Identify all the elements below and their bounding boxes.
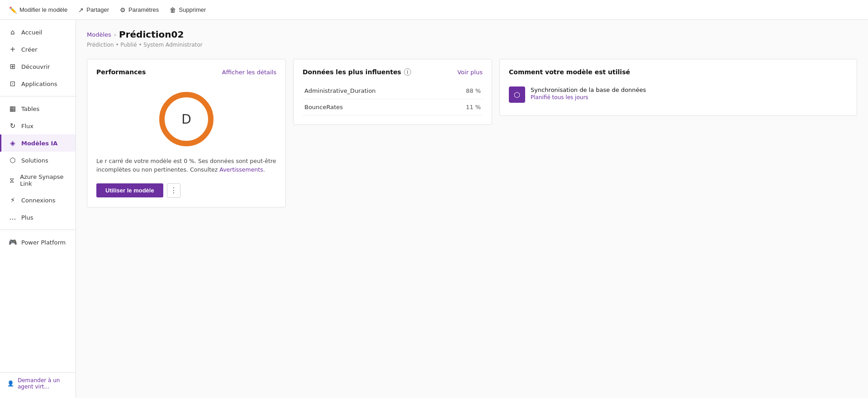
ai-models-icon: ◈: [9, 139, 17, 147]
sidebar-item-connexions[interactable]: ⚡ Connexions: [0, 192, 76, 209]
cards-row: Performances Afficher les détails D Le r…: [87, 59, 857, 207]
usage-item-icon-box: ⬡: [509, 86, 525, 103]
top-toolbar: ✏️ Modifier le modèle ↗ Partager ⚙ Param…: [0, 0, 868, 20]
donut-container: D: [96, 83, 276, 157]
solutions-icon: ⬡: [9, 156, 17, 164]
settings-icon: ⚙: [120, 6, 126, 14]
home-icon: ⌂: [9, 28, 17, 36]
apps-icon: ⊡: [9, 80, 17, 88]
performances-title: Performances: [96, 68, 146, 76]
influential-card-header: Données les plus influentes i Voir plus: [303, 68, 483, 76]
modifier-button[interactable]: ✏️ Modifier le modèle: [9, 6, 67, 14]
agent-icon: 👤: [7, 380, 14, 387]
usage-items-container: ⬡ Synchronisation de la base de données …: [509, 83, 848, 106]
content-area: Modèles › Prédiction02 Prédiction • Publ…: [76, 20, 868, 398]
influential-row: BounceRates11 %: [303, 99, 483, 115]
breadcrumb: Modèles › Prédiction02: [87, 29, 857, 40]
usage-item-text: Synchronisation de la base de données Pl…: [531, 86, 646, 101]
sidebar-item-flux[interactable]: ↻ Flux: [0, 117, 76, 134]
usage-card-header: Comment votre modèle est utilisé: [509, 68, 848, 76]
influential-table: Administrative_Duration88 %BounceRates11…: [303, 83, 483, 115]
sidebar-item-decouvrir[interactable]: ⊞ Découvrir: [0, 58, 76, 75]
sidebar-divider-2: [0, 230, 76, 230]
sidebar-item-solutions[interactable]: ⬡ Solutions: [0, 152, 76, 169]
more-options-button[interactable]: ⋮: [167, 183, 180, 198]
sidebar-item-creer[interactable]: + Créer: [0, 41, 76, 58]
avertissements-link[interactable]: Avertissements: [219, 166, 263, 173]
more-icon: …: [9, 213, 17, 221]
utiliser-modele-button[interactable]: Utiliser le modèle: [96, 183, 163, 197]
sidebar-item-modeles-ia[interactable]: ◈ Modèles IA: [0, 134, 76, 152]
influential-row: Administrative_Duration88 %: [303, 83, 483, 99]
usage-item-icon: ⬡: [514, 91, 520, 99]
usage-item-subtitle: Planifié tous les jours: [531, 94, 646, 101]
afficher-details-link[interactable]: Afficher les détails: [222, 69, 276, 76]
sidebar: ⌂ Accueil + Créer ⊞ Découvrir ⊡ Applicat…: [0, 20, 76, 398]
influential-row-name: BounceRates: [303, 99, 447, 115]
edit-icon: ✏️: [9, 6, 17, 14]
breadcrumb-parent[interactable]: Modèles: [87, 31, 111, 38]
usage-title: Comment votre modèle est utilisé: [509, 68, 630, 76]
sidebar-agent-button[interactable]: 👤 Demander à un agent virt...: [0, 372, 76, 394]
donut-grade: D: [181, 112, 191, 127]
influential-row-value: 11 %: [447, 99, 483, 115]
performances-card: Performances Afficher les détails D Le r…: [87, 59, 286, 207]
sidebar-item-accueil[interactable]: ⌂ Accueil: [0, 24, 76, 41]
sidebar-item-applications[interactable]: ⊡ Applications: [0, 75, 76, 92]
perf-description: Le r carré de votre modèle est 0 %. Ses …: [96, 157, 276, 174]
usage-item: ⬡ Synchronisation de la base de données …: [509, 83, 848, 106]
breadcrumb-current: Prédiction02: [119, 29, 184, 40]
sidebar-divider-1: [0, 96, 76, 96]
more-options-icon: ⋮: [170, 186, 177, 195]
share-icon: ↗: [78, 6, 84, 14]
partager-button[interactable]: ↗ Partager: [78, 6, 109, 14]
supprimer-button[interactable]: 🗑 Supprimer: [170, 6, 206, 14]
usage-card: Comment votre modèle est utilisé ⬡ Synch…: [499, 59, 857, 116]
usage-item-name: Synchronisation de la base de données: [531, 86, 646, 93]
influential-row-value: 88 %: [447, 83, 483, 99]
flux-icon: ↻: [9, 122, 17, 130]
delete-icon: 🗑: [170, 6, 176, 14]
parametres-button[interactable]: ⚙ Paramètres: [120, 6, 159, 14]
voir-plus-link[interactable]: Voir plus: [457, 69, 483, 76]
breadcrumb-separator: ›: [114, 31, 116, 38]
tables-icon: ▦: [9, 105, 17, 113]
influential-row-name: Administrative_Duration: [303, 83, 447, 99]
info-icon[interactable]: i: [404, 68, 411, 76]
connections-icon: ⚡: [9, 196, 17, 204]
sidebar-item-tables[interactable]: ▦ Tables: [0, 100, 76, 117]
performances-card-header: Performances Afficher les détails: [96, 68, 276, 76]
sidebar-item-azure-synapse[interactable]: ⧖ Azure Synapse Link: [0, 169, 76, 192]
power-platform-icon: 🎮: [9, 238, 17, 246]
influential-title: Données les plus influentes i: [303, 68, 411, 76]
performances-card-footer: Utiliser le modèle ⋮: [96, 183, 276, 198]
main-layout: ⌂ Accueil + Créer ⊞ Découvrir ⊡ Applicat…: [0, 20, 868, 398]
page-subtitle: Prédiction • Publié • System Administrat…: [87, 42, 857, 48]
donut-chart: D: [159, 92, 213, 146]
azure-synapse-icon: ⧖: [9, 176, 15, 184]
sidebar-item-power-platform[interactable]: 🎮 Power Platform: [0, 234, 76, 251]
discover-icon: ⊞: [9, 62, 17, 71]
plus-icon: +: [9, 45, 17, 53]
influential-card: Données les plus influentes i Voir plus …: [293, 59, 492, 125]
sidebar-item-plus[interactable]: … Plus: [0, 209, 76, 226]
